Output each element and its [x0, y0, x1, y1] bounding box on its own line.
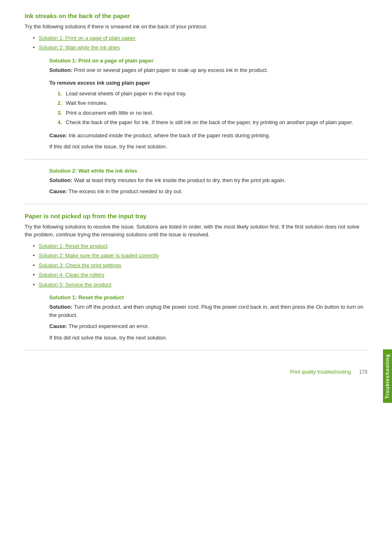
footer-label: Print quality troubleshooting	[290, 369, 351, 375]
list-item: Solution 1: Reset the product	[33, 242, 367, 250]
ink-streaks-links: Solution 1: Print on a page of plain pap…	[25, 34, 367, 52]
solution1-link[interactable]: Solution 1: Print on a page of plain pap…	[39, 35, 136, 41]
steps-heading: To remove excess ink using plain paper	[49, 79, 367, 87]
paper-solution4-link[interactable]: Solution 4: Clean the rollers	[39, 272, 104, 278]
paper-solution1-block: Solution 1: Reset the product Solution: …	[25, 294, 367, 342]
ink-streaks-heading: Ink streaks on the back of the paper	[25, 12, 367, 19]
divider3	[25, 350, 367, 350]
cause-label3: Cause:	[49, 323, 67, 329]
ink-solution1-heading: Solution 1: Print on a page of plain pap…	[49, 58, 367, 64]
steps-list: 1.Load several sheets of plain paper in …	[49, 90, 367, 127]
solution-label3: Solution:	[49, 304, 72, 310]
solution2-link[interactable]: Solution 2: Wait while the ink dries	[39, 44, 120, 51]
page: Ink streaks on the back of the paper Try…	[0, 0, 392, 383]
list-item: 2.Wait five minutes.	[58, 99, 367, 107]
list-item: Solution 2: Wait while the ink dries	[33, 44, 367, 52]
paper-solution3-link[interactable]: Solution 3: Check the print settings	[39, 262, 121, 268]
paper-solution1-link[interactable]: Solution 1: Reset the product	[39, 243, 108, 249]
side-tab-label: Troubleshooting	[385, 354, 390, 399]
paper-next-solution: If this did not solve the issue, try the…	[49, 334, 367, 342]
list-item: Solution 1: Print on a page of plain pap…	[33, 34, 367, 42]
divider2	[25, 204, 367, 204]
list-item: Solution 3: Check the print settings	[33, 261, 367, 270]
ink-solution2-heading: Solution 2: Wait while the ink dries	[49, 168, 367, 174]
solution-label: Solution:	[49, 67, 72, 73]
paper-solution1-cause: Cause: The product experienced an error.	[49, 322, 367, 330]
list-item: Solution 5: Service the product	[33, 281, 367, 289]
list-item: 3.Print a document with little or no tex…	[58, 109, 367, 117]
ink-solution1-text: Solution: Print one or several pages of …	[49, 66, 367, 74]
ink-solution1-block: Solution 1: Print on a page of plain pap…	[25, 58, 367, 151]
ink-streaks-intro: Try the following solutions if there is …	[25, 23, 367, 31]
footer-page-number: 173	[359, 369, 367, 375]
paper-solution1-text: Solution: Turn off the product, and then…	[49, 303, 367, 319]
next-solution-text: If this did not solve the issue, try the…	[49, 143, 367, 151]
ink-solution2-body: Wait at least thirty minutes for the ink…	[72, 177, 286, 183]
solution-label2: Solution:	[49, 177, 72, 183]
paper-not-picked-section: Paper is not picked up from the input tr…	[25, 213, 367, 351]
paper-not-picked-intro: Try the following solutions to resolve t…	[25, 223, 367, 239]
list-item: Solution 2: Make sure the paper is loade…	[33, 252, 367, 260]
paper-not-picked-heading: Paper is not picked up from the input tr…	[25, 213, 367, 220]
ink-solution2-text: Solution: Wait at least thirty minutes f…	[49, 176, 367, 185]
cause-label: Cause:	[49, 132, 67, 139]
list-item: 1.Load several sheets of plain paper in …	[58, 90, 367, 98]
list-item: 4.Check the back of the paper for ink. I…	[58, 118, 367, 127]
list-item: Solution 4: Clean the rollers	[33, 271, 367, 279]
troubleshooting-tab: Troubleshooting	[383, 349, 392, 403]
ink-solution2-block: Solution 2: Wait while the ink dries Sol…	[25, 168, 367, 196]
paper-not-picked-links: Solution 1: Reset the product Solution 2…	[25, 242, 367, 289]
ink-solution2-cause: Cause: The excess ink in the product nee…	[49, 187, 367, 196]
ink-solution1-cause: Cause: Ink accumulated inside the produc…	[49, 132, 367, 140]
paper-solution2-link[interactable]: Solution 2: Make sure the paper is loade…	[39, 252, 159, 259]
paper-solution1-heading: Solution 1: Reset the product	[49, 294, 367, 300]
divider1	[25, 159, 367, 159]
cause-text: Ink accumulated inside the product, wher…	[67, 132, 270, 139]
footer: Print quality troubleshooting 173	[290, 369, 367, 375]
cause-text2: The excess ink in the product needed to …	[67, 188, 182, 194]
paper-solution5-link[interactable]: Solution 5: Service the product	[39, 282, 111, 288]
ink-solution1-body: Print one or several pages of plain pape…	[72, 67, 268, 73]
cause-text3: The product experienced an error.	[67, 323, 149, 329]
paper-solution1-body: Turn off the product, and then unplug th…	[49, 304, 363, 318]
ink-streaks-section: Ink streaks on the back of the paper Try…	[25, 12, 367, 204]
cause-label2: Cause:	[49, 188, 67, 194]
